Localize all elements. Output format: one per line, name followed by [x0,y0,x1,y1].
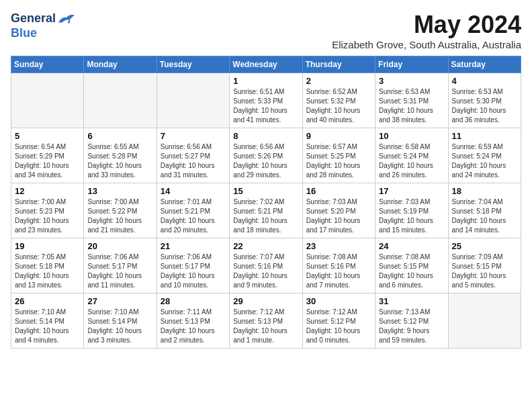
day-number: 9 [306,131,371,141]
day-info: Sunrise: 6:53 AM Sunset: 5:30 PM Dayligh… [452,87,517,125]
calendar-cell: 6Sunrise: 6:55 AM Sunset: 5:28 PM Daylig… [84,128,157,183]
day-number: 25 [452,241,517,251]
calendar-cell: 14Sunrise: 7:01 AM Sunset: 5:21 PM Dayli… [157,183,229,238]
day-number: 12 [15,186,80,196]
calendar-cell: 16Sunrise: 7:03 AM Sunset: 5:20 PM Dayli… [302,183,375,238]
calendar-cell: 1Sunrise: 6:51 AM Sunset: 5:33 PM Daylig… [230,73,302,128]
logo: General Blue [11,11,76,40]
day-info: Sunrise: 7:10 AM Sunset: 5:14 PM Dayligh… [87,308,152,345]
day-info: Sunrise: 7:08 AM Sunset: 5:15 PM Dayligh… [379,253,444,290]
day-number: 28 [161,296,226,306]
calendar-cell: 26Sunrise: 7:10 AM Sunset: 5:14 PM Dayli… [11,293,84,349]
day-header-sunday: Sunday [11,56,84,73]
day-info: Sunrise: 7:13 AM Sunset: 5:12 PM Dayligh… [379,308,444,345]
day-info: Sunrise: 6:57 AM Sunset: 5:25 PM Dayligh… [306,142,371,180]
calendar-cell: 21Sunrise: 7:06 AM Sunset: 5:17 PM Dayli… [157,238,229,293]
week-row: 19Sunrise: 7:05 AM Sunset: 5:18 PM Dayli… [11,238,521,293]
day-number: 30 [306,296,371,306]
logo-text-blue: Blue [11,26,37,40]
calendar-cell: 12Sunrise: 7:00 AM Sunset: 5:23 PM Dayli… [11,183,84,238]
calendar-cell: 28Sunrise: 7:11 AM Sunset: 5:13 PM Dayli… [157,293,229,349]
calendar-table: SundayMondayTuesdayWednesdayThursdayFrid… [11,56,521,349]
day-number: 17 [379,186,444,196]
day-info: Sunrise: 6:53 AM Sunset: 5:31 PM Dayligh… [379,87,444,125]
location-title: Elizabeth Grove, South Australia, Austra… [332,39,521,50]
day-info: Sunrise: 6:58 AM Sunset: 5:24 PM Dayligh… [379,142,444,180]
header-row: SundayMondayTuesdayWednesdayThursdayFrid… [11,56,521,73]
day-number: 27 [87,296,152,306]
month-title: May 2024 [332,11,521,39]
day-number: 14 [161,186,226,196]
day-number: 10 [379,131,444,141]
day-info: Sunrise: 7:00 AM Sunset: 5:22 PM Dayligh… [87,197,152,235]
day-info: Sunrise: 7:06 AM Sunset: 5:17 PM Dayligh… [87,253,152,290]
day-number: 11 [452,131,517,141]
day-number: 5 [15,131,80,141]
day-info: Sunrise: 7:00 AM Sunset: 5:23 PM Dayligh… [15,197,80,235]
day-info: Sunrise: 7:01 AM Sunset: 5:21 PM Dayligh… [161,197,226,235]
day-info: Sunrise: 6:56 AM Sunset: 5:27 PM Dayligh… [161,142,226,180]
day-info: Sunrise: 6:54 AM Sunset: 5:29 PM Dayligh… [15,142,80,180]
day-info: Sunrise: 7:12 AM Sunset: 5:12 PM Dayligh… [306,308,371,345]
calendar-cell: 18Sunrise: 7:04 AM Sunset: 5:18 PM Dayli… [448,183,521,238]
week-row: 12Sunrise: 7:00 AM Sunset: 5:23 PM Dayli… [11,183,521,238]
day-number: 22 [233,241,298,251]
day-header-wednesday: Wednesday [230,56,302,73]
week-row: 5Sunrise: 6:54 AM Sunset: 5:29 PM Daylig… [11,128,521,183]
calendar-cell: 5Sunrise: 6:54 AM Sunset: 5:29 PM Daylig… [11,128,84,183]
day-header-thursday: Thursday [302,56,375,73]
day-info: Sunrise: 7:03 AM Sunset: 5:19 PM Dayligh… [379,197,444,235]
day-info: Sunrise: 6:52 AM Sunset: 5:32 PM Dayligh… [306,87,371,125]
day-number: 26 [15,296,80,306]
calendar-cell [11,73,84,128]
calendar-cell: 30Sunrise: 7:12 AM Sunset: 5:12 PM Dayli… [302,293,375,349]
calendar-cell: 24Sunrise: 7:08 AM Sunset: 5:15 PM Dayli… [375,238,448,293]
day-number: 7 [161,131,226,141]
week-row: 1Sunrise: 6:51 AM Sunset: 5:33 PM Daylig… [11,73,521,128]
week-row: 26Sunrise: 7:10 AM Sunset: 5:14 PM Dayli… [11,293,521,349]
day-info: Sunrise: 7:09 AM Sunset: 5:15 PM Dayligh… [452,253,517,290]
page-header: General Blue May 2024 Elizabeth Grove, S… [11,11,521,50]
day-number: 20 [87,241,152,251]
day-number: 23 [306,241,371,251]
calendar-cell [448,293,521,349]
day-number: 24 [379,241,444,251]
day-info: Sunrise: 7:10 AM Sunset: 5:14 PM Dayligh… [15,308,80,345]
calendar-cell: 25Sunrise: 7:09 AM Sunset: 5:15 PM Dayli… [448,238,521,293]
calendar-cell: 19Sunrise: 7:05 AM Sunset: 5:18 PM Dayli… [11,238,84,293]
day-number: 13 [87,186,152,196]
day-header-tuesday: Tuesday [157,56,229,73]
calendar-cell: 17Sunrise: 7:03 AM Sunset: 5:19 PM Dayli… [375,183,448,238]
day-number: 21 [161,241,226,251]
day-info: Sunrise: 6:55 AM Sunset: 5:28 PM Dayligh… [87,142,152,180]
calendar-cell [157,73,229,128]
day-info: Sunrise: 7:04 AM Sunset: 5:18 PM Dayligh… [452,197,517,235]
calendar-cell: 15Sunrise: 7:02 AM Sunset: 5:21 PM Dayli… [230,183,302,238]
day-number: 16 [306,186,371,196]
calendar-cell: 2Sunrise: 6:52 AM Sunset: 5:32 PM Daylig… [302,73,375,128]
calendar-cell: 31Sunrise: 7:13 AM Sunset: 5:12 PM Dayli… [375,293,448,349]
day-info: Sunrise: 6:56 AM Sunset: 5:26 PM Dayligh… [233,142,298,180]
day-info: Sunrise: 7:12 AM Sunset: 5:13 PM Dayligh… [233,308,298,345]
title-block: May 2024 Elizabeth Grove, South Australi… [332,11,521,50]
day-number: 29 [233,296,298,306]
day-header-monday: Monday [84,56,157,73]
calendar-cell [84,73,157,128]
day-info: Sunrise: 7:02 AM Sunset: 5:21 PM Dayligh… [233,197,298,235]
day-number: 19 [15,241,80,251]
calendar-cell: 22Sunrise: 7:07 AM Sunset: 5:16 PM Dayli… [230,238,302,293]
day-info: Sunrise: 7:07 AM Sunset: 5:16 PM Dayligh… [233,253,298,290]
calendar-cell: 4Sunrise: 6:53 AM Sunset: 5:30 PM Daylig… [448,73,521,128]
day-number: 8 [233,131,298,141]
calendar-cell: 10Sunrise: 6:58 AM Sunset: 5:24 PM Dayli… [375,128,448,183]
day-info: Sunrise: 6:59 AM Sunset: 5:24 PM Dayligh… [452,142,517,180]
day-number: 3 [379,76,444,86]
day-info: Sunrise: 7:06 AM Sunset: 5:17 PM Dayligh… [161,253,226,290]
calendar-cell: 11Sunrise: 6:59 AM Sunset: 5:24 PM Dayli… [448,128,521,183]
calendar-cell: 9Sunrise: 6:57 AM Sunset: 5:25 PM Daylig… [302,128,375,183]
day-number: 1 [233,76,298,86]
day-header-saturday: Saturday [448,56,521,73]
day-header-friday: Friday [375,56,448,73]
calendar-cell: 27Sunrise: 7:10 AM Sunset: 5:14 PM Dayli… [84,293,157,349]
calendar-cell: 29Sunrise: 7:12 AM Sunset: 5:13 PM Dayli… [230,293,302,349]
